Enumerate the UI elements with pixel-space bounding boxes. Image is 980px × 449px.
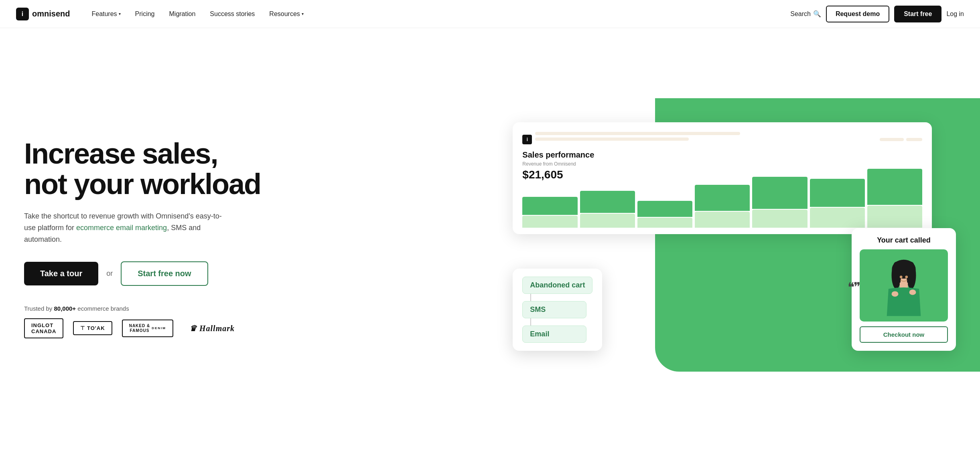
nav-pricing[interactable]: Pricing [130, 7, 160, 21]
logo-text: omnisend [32, 9, 70, 18]
bar-group [810, 179, 865, 228]
checkout-button[interactable]: Checkout now [860, 326, 948, 343]
start-free-nav-button[interactable]: Start free [894, 6, 941, 22]
nav-actions: Search 🔍 Request demo Start free Log in [790, 6, 964, 22]
bar-group [637, 201, 692, 228]
flow-line-2 [530, 318, 531, 326]
bar-group [695, 185, 750, 228]
bar-light [580, 214, 635, 228]
bar-dark [810, 179, 865, 207]
search-button[interactable]: Search 🔍 [790, 10, 821, 18]
cart-person-image [860, 249, 948, 322]
bar-dark [867, 169, 922, 205]
nav-links: Features ▾ Pricing Migration Success sto… [86, 7, 790, 21]
bar-light [752, 210, 807, 228]
cart-card: Your cart called [852, 228, 956, 351]
bar-dark [637, 201, 692, 217]
flow-sms: SMS [522, 301, 586, 318]
bar-group [522, 197, 577, 228]
hero-subtitle: Take the shortcut to revenue growth with… [24, 210, 233, 245]
cart-card-title: Your cart called [860, 236, 948, 245]
svg-point-8 [892, 291, 899, 297]
svg-point-4 [907, 262, 916, 289]
chevron-down-icon: ▾ [119, 12, 121, 16]
bar-group [580, 191, 635, 228]
naked-logo: NAKED &FAMOUSDENIM [122, 320, 173, 337]
ecommerce-link[interactable]: ecommerce email marketing [76, 224, 167, 232]
hero-right: i Sales performance Revenue from Omnisen… [513, 114, 964, 363]
svg-point-7 [905, 275, 908, 278]
inglot-logo: INGLOTCANADA [24, 318, 63, 338]
login-link[interactable]: Log in [946, 10, 964, 18]
bar-dark [695, 185, 750, 211]
card-logo-icon: i [522, 135, 532, 144]
sales-card-label: Revenue from Omnisend [522, 161, 922, 167]
start-free-hero-button[interactable]: Start free now [121, 261, 208, 286]
bar-light [637, 218, 692, 228]
search-icon: 🔍 [813, 10, 821, 18]
person-illustration [860, 249, 948, 322]
request-demo-button[interactable]: Request demo [826, 6, 889, 22]
svg-point-9 [909, 289, 916, 295]
bar-dark [752, 177, 807, 209]
flow-items: Abandoned cart SMS Email [522, 277, 592, 343]
svg-point-3 [892, 262, 901, 289]
svg-point-6 [900, 275, 903, 278]
take-tour-button[interactable]: Take a tour [24, 262, 98, 285]
cta-or-text: or [106, 269, 113, 278]
logo-icon: i [16, 8, 29, 20]
sales-card-title: Sales performance [522, 150, 922, 160]
hero-cta: Take a tour or Start free now [24, 261, 505, 286]
sales-bar-chart [522, 188, 922, 228]
logo[interactable]: i omnisend [16, 8, 70, 20]
hero-title: Increase sales, not your workload [24, 139, 505, 199]
flow-line-1 [530, 294, 531, 301]
hero-section: Increase sales, not your workload Take t… [0, 28, 980, 449]
flow-abandoned-cart: Abandoned cart [522, 277, 592, 294]
bar-light [810, 208, 865, 228]
chevron-down-icon: ▾ [302, 12, 304, 16]
automation-flow-card: Abandoned cart SMS Email [513, 269, 602, 351]
hallmark-logo: ♛ Hallmark [183, 320, 241, 336]
trust-text: Trusted by 80,000+ ecommerce brands [24, 305, 505, 312]
nav-migration[interactable]: Migration [164, 7, 201, 21]
nav-resources[interactable]: Resources ▾ [264, 7, 309, 21]
bar-dark [522, 197, 577, 215]
navbar: i omnisend Features ▾ Pricing Migration … [0, 0, 980, 28]
toak-logo: ⊤ TO'AK [73, 321, 112, 335]
bar-light [867, 206, 922, 228]
brand-logos: INGLOTCANADA ⊤ TO'AK NAKED &FAMOUSDENIM … [24, 318, 505, 338]
bar-light [522, 216, 577, 228]
nav-success-stories[interactable]: Success stories [204, 7, 260, 21]
nav-features[interactable]: Features ▾ [86, 7, 126, 21]
bar-dark [580, 191, 635, 213]
bar-light [695, 212, 750, 228]
flow-email: Email [522, 326, 586, 343]
sales-performance-card: i Sales performance Revenue from Omnisen… [513, 122, 932, 234]
quote-marks: ❝❞ [848, 279, 860, 295]
bar-group [752, 177, 807, 228]
bar-group [867, 169, 922, 228]
hero-left: Increase sales, not your workload Take t… [24, 139, 513, 338]
